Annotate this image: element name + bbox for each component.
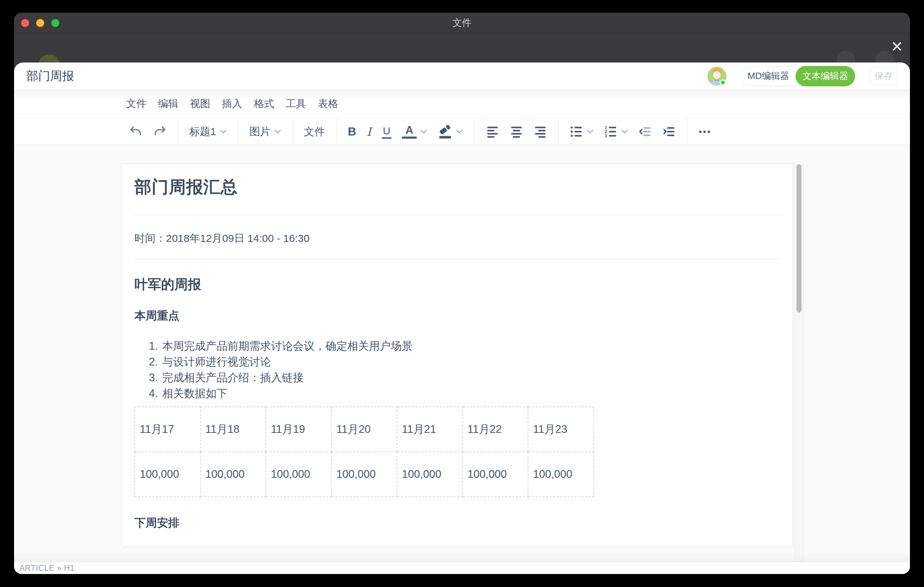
- online-status-dot: [720, 80, 725, 85]
- document-page[interactable]: 部门周报汇总 时间：2018年12月09日 14:00 - 16:30 叶军的周…: [122, 163, 793, 546]
- toolbar: 标题1 图片 文件: [14, 118, 910, 145]
- table-header-row: 11月17 11月18 11月19 11月20 11月21 11月22 11月2…: [135, 407, 594, 452]
- table-cell[interactable]: 11月17: [135, 407, 200, 452]
- menu-item-view[interactable]: 视图: [190, 97, 210, 111]
- table-cell[interactable]: 11月18: [200, 407, 266, 452]
- table-cell[interactable]: 100,000: [200, 452, 266, 497]
- indent-icon: [662, 125, 676, 139]
- indent-button[interactable]: [662, 125, 676, 139]
- table-cell[interactable]: 11月23: [528, 407, 594, 452]
- undo-icon: [129, 125, 142, 139]
- redo-button[interactable]: [153, 125, 167, 139]
- dim-overlay: 部门周报: [14, 33, 910, 574]
- modal-header: 部门周报: [14, 63, 910, 89]
- doc-heading-1: 部门周报汇总: [134, 177, 780, 197]
- app-window: 文件 部门周报: [14, 13, 910, 574]
- md-editor-button[interactable]: MD编辑器: [741, 70, 795, 82]
- close-icon[interactable]: [891, 40, 903, 52]
- doc-heading-3-week: 本周重点: [134, 308, 780, 323]
- list-text: 完成相关产品介绍：插入链接: [162, 370, 304, 386]
- bullet-list-icon: [570, 125, 583, 139]
- zoom-traffic-button[interactable]: [51, 19, 59, 27]
- menu-item-insert[interactable]: 插入: [222, 97, 242, 111]
- list-item: 1. 本周完成产品前期需求讨论会议，确定相关用户场景: [134, 338, 780, 354]
- menu-item-table[interactable]: 表格: [318, 97, 338, 111]
- more-tools-button[interactable]: •••: [699, 126, 711, 137]
- list-item: 3. 完成相关产品介绍：插入链接: [134, 370, 780, 386]
- scrollbar-track[interactable]: [794, 163, 804, 562]
- font-color-icon: A: [402, 125, 417, 139]
- italic-button[interactable]: I: [367, 125, 371, 139]
- heading-style-dropdown[interactable]: 标题1: [189, 125, 227, 139]
- list-marker: 4.: [149, 386, 162, 401]
- undo-button[interactable]: [129, 125, 142, 139]
- minimize-traffic-button[interactable]: [36, 19, 44, 27]
- align-left-button[interactable]: [486, 125, 499, 139]
- svg-text:3: 3: [605, 134, 607, 139]
- table-cell[interactable]: 11月22: [463, 407, 528, 452]
- menu-item-edit[interactable]: 编辑: [158, 97, 178, 111]
- table-value-row: 100,000 100,000 100,000 100,000 100,000 …: [135, 452, 594, 497]
- table-cell[interactable]: 100,000: [528, 452, 594, 497]
- editor-area: 部门周报汇总 时间：2018年12月09日 14:00 - 16:30 叶军的周…: [14, 145, 910, 562]
- align-center-button[interactable]: [510, 125, 523, 139]
- window-title: 文件: [452, 16, 472, 29]
- align-left-icon: [486, 125, 499, 139]
- ordered-list: 1. 本周完成产品前期需求讨论会议，确定相关用户场景 2. 与设计师进行视觉讨论…: [134, 338, 780, 401]
- chevron-down-icon: [274, 130, 281, 134]
- menu-item-tools[interactable]: 工具: [286, 97, 306, 111]
- highlight-pen-icon: [438, 124, 452, 139]
- doc-time-line: 时间：2018年12月09日 14:00 - 16:30: [134, 231, 780, 246]
- list-marker: 3.: [149, 370, 162, 386]
- table-cell[interactable]: 100,000: [397, 452, 463, 497]
- divider: [134, 215, 780, 215]
- traffic-lights: [21, 13, 59, 33]
- menu-item-format[interactable]: 格式: [254, 97, 274, 111]
- chevron-down-icon: [621, 130, 628, 134]
- bold-button[interactable]: B: [348, 125, 356, 139]
- text-editor-button[interactable]: 文本编辑器: [795, 66, 855, 86]
- insert-image-dropdown[interactable]: 图片: [249, 125, 281, 139]
- insert-file-button[interactable]: 文件: [304, 125, 325, 139]
- chevron-down-icon: [456, 130, 463, 134]
- outdent-button[interactable]: [639, 125, 652, 139]
- align-right-icon: [534, 125, 547, 139]
- list-text: 与设计师进行视觉讨论: [162, 354, 271, 370]
- titlebar: 文件: [14, 13, 910, 33]
- chevron-down-icon: [220, 130, 227, 134]
- highlight-color-button[interactable]: [438, 124, 463, 139]
- menu-bar: 文件 编辑 视图 插入 格式 工具 表格: [14, 89, 910, 118]
- data-table: 11月17 11月18 11月19 11月20 11月21 11月22 11月2…: [134, 407, 594, 497]
- table-cell[interactable]: 100,000: [463, 452, 528, 497]
- align-right-button[interactable]: [534, 125, 547, 139]
- bullet-list-button[interactable]: [570, 125, 594, 139]
- chevron-down-icon: [420, 130, 427, 134]
- font-color-button[interactable]: A: [402, 125, 427, 139]
- editor-mode-toggle: MD编辑器 文本编辑器: [741, 66, 855, 86]
- heading-style-label: 标题1: [189, 125, 216, 139]
- numbered-list-icon: 1 2 3: [604, 125, 617, 139]
- chevron-down-icon: [587, 130, 594, 134]
- table-cell[interactable]: 11月19: [266, 407, 332, 452]
- document-title: 部门周报: [26, 68, 74, 84]
- numbered-list-button[interactable]: 1 2 3: [604, 125, 628, 139]
- table-cell[interactable]: 100,000: [332, 452, 397, 497]
- menu-item-file[interactable]: 文件: [126, 97, 147, 111]
- table-cell[interactable]: 100,000: [266, 452, 332, 497]
- divider: [134, 259, 780, 259]
- underline-button[interactable]: U: [382, 125, 392, 139]
- status-bar: ARTICLE » H1: [14, 562, 910, 574]
- scrollbar-thumb[interactable]: [797, 164, 802, 312]
- close-traffic-button[interactable]: [21, 19, 29, 27]
- insert-image-label: 图片: [249, 125, 271, 139]
- doc-heading-2: 叶军的周报: [134, 277, 780, 293]
- table-cell[interactable]: 11月21: [397, 407, 463, 452]
- document-modal: 部门周报: [14, 63, 910, 574]
- list-text: 相关数据如下: [162, 386, 228, 401]
- list-marker: 1.: [149, 338, 162, 354]
- avatar[interactable]: [708, 67, 726, 86]
- table-cell[interactable]: 100,000: [135, 452, 200, 497]
- redo-icon: [153, 125, 167, 139]
- save-button[interactable]: 保存: [870, 68, 897, 85]
- table-cell[interactable]: 11月20: [332, 407, 397, 452]
